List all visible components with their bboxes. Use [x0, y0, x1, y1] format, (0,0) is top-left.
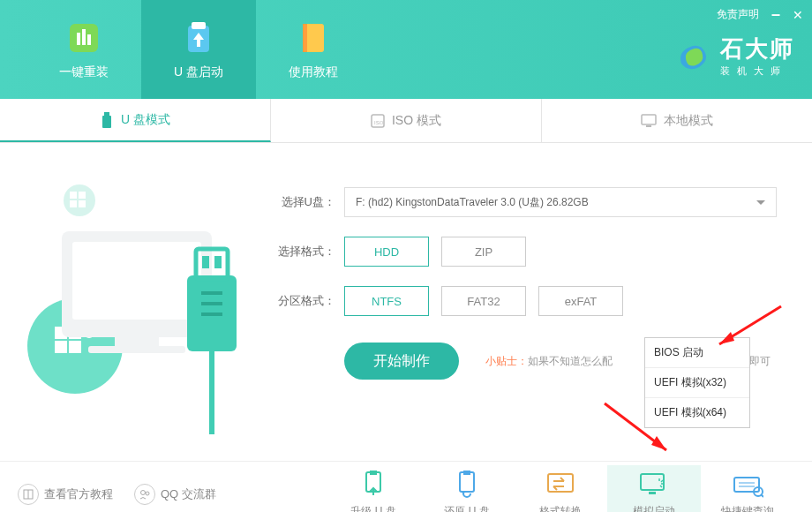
svg-rect-21 [72, 242, 201, 320]
svg-point-44 [146, 492, 149, 495]
svg-rect-5 [192, 22, 206, 29]
tab-usb-boot[interactable]: U 盘启动 [141, 0, 256, 99]
partition-ntfs-button[interactable]: NTFS [344, 286, 429, 316]
svg-rect-12 [642, 115, 656, 124]
svg-rect-51 [641, 474, 664, 490]
partition-fat32-button[interactable]: FAT32 [441, 286, 526, 316]
svg-rect-3 [87, 34, 91, 45]
svg-line-54 [661, 480, 663, 482]
reinstall-icon [64, 19, 103, 57]
subtab-local-label: 本地模式 [664, 113, 713, 129]
svg-line-56 [660, 486, 662, 487]
disclaimer-link[interactable]: 免责声明 [717, 7, 759, 22]
svg-text:ISO: ISO [374, 120, 384, 125]
svg-line-61 [761, 494, 763, 497]
tool-convert[interactable]: 格式转换 [514, 465, 607, 513]
qq-group-link[interactable]: QQ 交流群 [134, 484, 216, 505]
tab-reinstall-label: 一键重装 [59, 64, 109, 80]
people-icon [134, 484, 155, 505]
svg-rect-33 [201, 291, 222, 295]
tool-simulate[interactable]: 模拟启动 [607, 465, 701, 513]
svg-point-43 [141, 491, 146, 495]
iso-icon: ISO [371, 114, 385, 128]
svg-rect-28 [79, 200, 86, 207]
boot-mode-popup: BIOS 启动 UEFI 模拟(x32) UEFI 模拟(x64) [644, 337, 750, 428]
svg-rect-48 [463, 471, 470, 475]
upgrade-icon [357, 471, 389, 499]
tool-hotkey[interactable]: 快捷键查询 [701, 465, 794, 513]
svg-rect-50 [548, 474, 573, 492]
svg-rect-34 [201, 302, 222, 305]
illustration [0, 161, 265, 461]
svg-rect-36 [209, 351, 214, 434]
svg-rect-52 [649, 492, 656, 494]
brand-logo-icon [674, 37, 711, 74]
select-format-label: 选择格式： [274, 244, 335, 260]
subtab-local-mode[interactable]: 本地模式 [542, 99, 812, 142]
monitor-icon [641, 114, 657, 128]
window-controls: 免责声明 – ✕ [717, 5, 803, 24]
svg-rect-46 [370, 471, 377, 475]
svg-marker-49 [462, 492, 465, 495]
svg-rect-31 [202, 256, 209, 268]
select-usb-label: 选择U盘： [274, 194, 335, 210]
svg-rect-13 [646, 125, 651, 127]
brand-subtitle: 装机大师 [720, 64, 794, 78]
usb-icon [100, 112, 114, 128]
format-zip-button[interactable]: ZIP [441, 237, 526, 267]
minimize-button[interactable]: – [771, 5, 780, 24]
tool-upgrade[interactable]: 升级 U 盘 [327, 465, 420, 513]
usb-dropdown[interactable]: F: (hd2) KingstonDataTraveler 3.0 (U盘) 2… [344, 187, 777, 217]
start-button[interactable]: 开始制作 [344, 343, 459, 380]
svg-rect-2 [82, 29, 86, 45]
svg-rect-8 [102, 116, 111, 128]
tab-usb-boot-label: U 盘启动 [174, 64, 223, 80]
popup-uefi64[interactable]: UEFI 模拟(x64) [645, 398, 749, 427]
book-icon [18, 484, 39, 505]
svg-rect-17 [55, 341, 67, 353]
tip-label: 小贴士： [485, 355, 528, 367]
close-button[interactable]: ✕ [793, 8, 803, 22]
svg-rect-23 [88, 346, 185, 353]
svg-rect-32 [214, 256, 222, 268]
subtab-usb-mode[interactable]: U 盘模式 [0, 99, 271, 142]
svg-rect-1 [77, 33, 80, 45]
convert-icon [545, 471, 576, 499]
svg-rect-27 [70, 200, 77, 207]
svg-rect-7 [303, 24, 307, 52]
subtab-iso-label: ISO 模式 [392, 113, 441, 129]
tool-buttons: 升级 U 盘 还原 U 盘 格式转换 模拟启动 快捷键查询 [327, 465, 794, 513]
partition-exfat-button[interactable]: exFAT [538, 286, 623, 316]
app-header: 一键重装 U 盘启动 使用教程 石大师 装机大师 免责声明 – ✕ [0, 0, 812, 99]
svg-rect-9 [104, 112, 109, 117]
tutorial-icon [294, 19, 333, 57]
brand-title: 石大师 [720, 34, 794, 64]
tool-restore[interactable]: 还原 U 盘 [420, 465, 514, 513]
hotkey-icon [732, 471, 763, 499]
mode-subtabs: U 盘模式 ISO ISO 模式 本地模式 [0, 99, 812, 143]
header-tabs: 一键重装 U 盘启动 使用教程 [0, 0, 371, 99]
svg-rect-25 [70, 192, 77, 199]
svg-rect-35 [201, 312, 222, 316]
brand: 石大师 装机大师 [674, 34, 794, 78]
svg-rect-26 [79, 192, 86, 199]
popup-uefi32[interactable]: UEFI 模拟(x32) [645, 368, 749, 398]
official-tutorial-link[interactable]: 查看官方教程 [18, 484, 113, 505]
svg-rect-22 [115, 337, 159, 346]
restore-icon [451, 471, 483, 499]
usb-dropdown-value: F: (hd2) KingstonDataTraveler 3.0 (U盘) 2… [356, 195, 589, 210]
simulate-icon [638, 471, 670, 499]
subtab-iso-mode[interactable]: ISO ISO 模式 [271, 99, 542, 142]
tab-reinstall[interactable]: 一键重装 [26, 0, 141, 99]
svg-rect-47 [460, 472, 474, 492]
format-hdd-button[interactable]: HDD [344, 237, 429, 267]
svg-rect-18 [69, 341, 81, 353]
popup-bios[interactable]: BIOS 启动 [645, 338, 749, 368]
footer: 查看官方教程 QQ 交流群 升级 U 盘 还原 U 盘 格式转换 模拟启动 快捷… [0, 461, 812, 512]
subtab-usb-label: U 盘模式 [121, 112, 170, 128]
usb-boot-icon [179, 19, 218, 57]
tab-tutorial-label: 使用教程 [289, 64, 338, 80]
main-content: 选择U盘： F: (hd2) KingstonDataTraveler 3.0 … [0, 143, 812, 461]
tab-tutorial[interactable]: 使用教程 [256, 0, 371, 99]
partition-format-label: 分区格式： [274, 293, 335, 309]
